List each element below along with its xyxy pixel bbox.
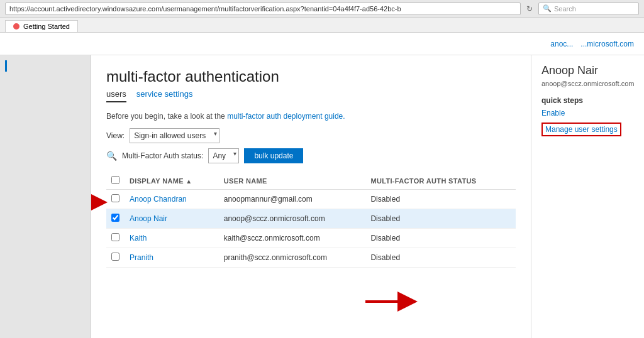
view-select[interactable]: Sign-in allowed users xyxy=(130,128,219,143)
main-layout: multi-factor authentication users servic… xyxy=(0,55,644,338)
mfa-select-wrapper: Any xyxy=(208,148,239,163)
user-table: DISPLAY NAME ▲ USER NAME MULTI-FACTOR AU… xyxy=(106,172,516,268)
panel-quick-steps-label: quick steps xyxy=(541,96,634,105)
row-checkbox[interactable] xyxy=(111,233,119,241)
view-select-wrapper: Sign-in allowed users xyxy=(130,128,219,143)
browser-search-bar[interactable]: 🔍 Search xyxy=(538,3,639,15)
user-display-name-link[interactable]: Kaith xyxy=(130,234,147,243)
mfa-status-cell: Disabled xyxy=(365,190,516,209)
panel-enable-link[interactable]: Enable xyxy=(541,109,634,117)
tab-favicon xyxy=(13,23,19,30)
row-checkbox[interactable] xyxy=(111,253,119,261)
tab-service-settings[interactable]: service settings xyxy=(136,89,193,102)
mfa-status-cell: Disabled xyxy=(365,248,516,268)
user-name-cell: pranith@sccz.onmicrosoft.com xyxy=(219,248,366,268)
user-name-cell: kaith@sccz.onmicrosoft.com xyxy=(219,229,366,248)
refresh-icon[interactable]: ↻ xyxy=(525,4,535,14)
tabs-row: users service settings xyxy=(106,89,516,103)
search-icon: 🔍 xyxy=(543,4,552,13)
nav-user2: ...microsoft.com xyxy=(580,40,634,48)
info-text-static: Before you begin, take a look at the xyxy=(106,112,227,121)
user-name-cell: anoop@sccz.onmicrosoft.com xyxy=(219,209,366,229)
select-all-checkbox[interactable] xyxy=(111,176,119,184)
view-filter-row: View: Sign-in allowed users xyxy=(106,128,516,143)
browser-bar: https://account.activedirectory.windowsa… xyxy=(0,0,644,18)
user-display-name-link[interactable]: Anoop Chandran xyxy=(130,195,187,204)
sidebar xyxy=(0,55,91,338)
row-checkbox[interactable] xyxy=(111,194,119,202)
tab-users[interactable]: users xyxy=(106,89,126,102)
deployment-guide-link[interactable]: multi-factor auth deployment guide. xyxy=(227,112,345,121)
table-row[interactable]: Anoop Nairanoop@sccz.onmicrosoft.comDisa… xyxy=(106,209,516,229)
sort-arrow-icon: ▲ xyxy=(186,178,192,185)
user-display-name-link[interactable]: Anoop Nair xyxy=(130,214,167,223)
mfa-filter-row: 🔍 Multi-Factor Auth status: Any bulk upd… xyxy=(106,148,516,163)
mfa-status-cell: Disabled xyxy=(365,209,516,229)
tab-getting-started[interactable]: Getting Started xyxy=(5,20,78,32)
sidebar-flag xyxy=(5,60,7,72)
view-label: View: xyxy=(106,131,125,140)
arrow-left-indicator xyxy=(91,194,103,211)
user-name-cell: anoopmannur@gmail.com xyxy=(219,190,366,209)
url-bar[interactable]: https://account.activedirectory.windowsa… xyxy=(5,3,521,15)
info-text: Before you begin, take a look at the mul… xyxy=(106,112,516,121)
table-row[interactable]: Pranithpranith@sccz.onmicrosoft.comDisab… xyxy=(106,248,516,268)
bulk-update-button[interactable]: bulk update xyxy=(244,148,303,163)
row-checkbox[interactable] xyxy=(111,214,119,222)
col-header-display-name: DISPLAY NAME ▲ xyxy=(125,172,219,190)
right-panel: Anoop Nair anoop@sccz.onmicrosoft.com qu… xyxy=(531,55,644,338)
top-nav: anoc... ...microsoft.com xyxy=(0,33,644,55)
table-row[interactable]: Anoop Chandrananoopmannur@gmail.comDisab… xyxy=(106,190,516,209)
manage-user-settings-link[interactable]: Manage user settings xyxy=(545,125,618,134)
tab-bar: Getting Started xyxy=(0,18,644,33)
nav-user1[interactable]: anoc... xyxy=(550,40,573,48)
user-display-name-link[interactable]: Pranith xyxy=(130,253,153,262)
manage-user-settings-box: Manage user settings xyxy=(541,123,621,136)
panel-user-email: anoop@sccz.onmicrosoft.com xyxy=(541,80,634,87)
page-title: multi-factor authentication xyxy=(106,68,516,85)
panel-user-name: Anoop Nair xyxy=(541,64,634,77)
table-row[interactable]: Kaithkaith@sccz.onmicrosoft.comDisabled xyxy=(106,229,516,248)
col-header-mfa-status: MULTI-FACTOR AUTH STATUS xyxy=(365,172,516,190)
tab-label: Getting Started xyxy=(23,23,70,30)
mfa-select[interactable]: Any xyxy=(208,148,239,163)
mfa-status-cell: Disabled xyxy=(365,229,516,248)
mfa-label: Multi-Factor Auth status: xyxy=(122,151,203,160)
arrow-right-indicator xyxy=(362,293,413,310)
main-content: multi-factor authentication users servic… xyxy=(91,55,531,338)
search-placeholder: Search xyxy=(554,5,576,13)
search-icon-small: 🔍 xyxy=(106,151,117,161)
col-header-user-name: USER NAME xyxy=(219,172,366,190)
